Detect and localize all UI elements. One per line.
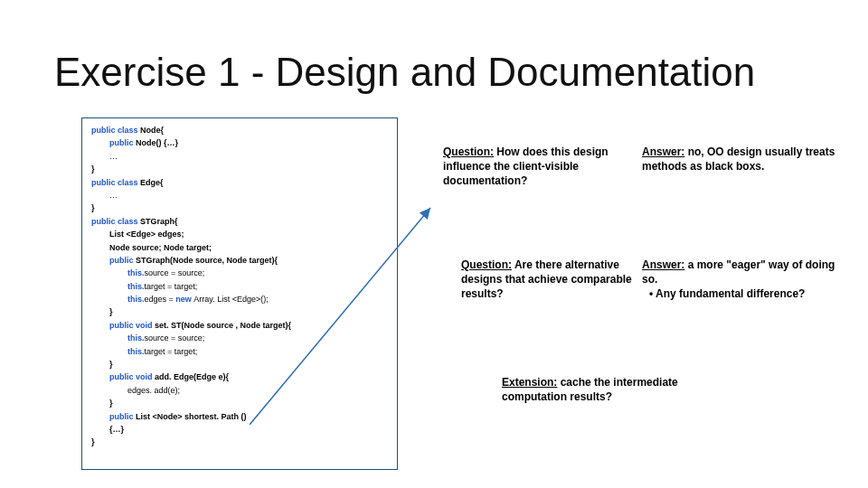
arrow-icon [250,203,439,429]
answer-1: Answer: no, OO design usually treats met… [642,145,845,174]
svg-line-0 [250,208,430,425]
answer-2: Answer: a more "eager" way of doing so. … [642,258,845,302]
question-2: Question: Are there alternative designs … [461,258,633,302]
page-title: Exercise 1 - Design and Documentation [54,50,755,95]
extension-note: Extension: cache the intermediate comput… [502,375,701,404]
question-1: Question: How does this design influence… [443,145,615,189]
